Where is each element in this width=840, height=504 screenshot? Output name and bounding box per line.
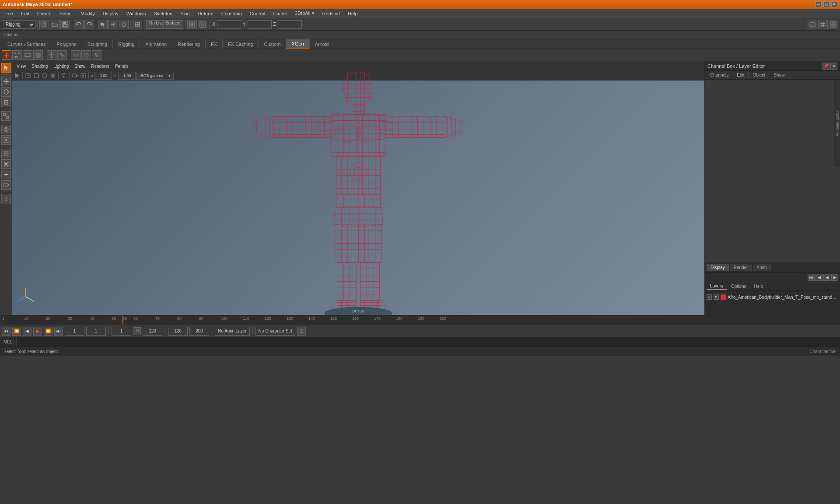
anim-end-field[interactable]	[168, 327, 188, 336]
lasso-btn[interactable]	[119, 20, 129, 29]
vp-menu-show[interactable]: Show	[72, 63, 88, 69]
last-tool-btn[interactable]	[1, 111, 11, 121]
display-tab[interactable]: Display	[707, 264, 729, 271]
show-tab[interactable]: Show	[770, 72, 788, 78]
tab-xgen[interactable]: XGen	[286, 39, 309, 49]
options-sub-tab[interactable]: Options	[728, 284, 749, 289]
x-coord[interactable]	[217, 20, 241, 29]
tab-fx-caching[interactable]: FX Caching	[223, 39, 259, 49]
vp-wire-icon[interactable]	[32, 72, 40, 80]
layer-color-swatch[interactable]	[721, 294, 726, 300]
vp-menu-shading[interactable]: Shading	[29, 63, 51, 69]
paint-btn[interactable]	[108, 20, 118, 29]
display-btn[interactable]	[829, 20, 838, 29]
no-anim-layer-btn[interactable]: No Anim Layer	[215, 327, 250, 336]
attribute-editor-tab[interactable]: Attribute Editor	[834, 80, 840, 167]
menu-select[interactable]: Select	[56, 10, 77, 17]
module-dropdown[interactable]: Rigging Modeling Animation Rendering	[2, 20, 35, 29]
object-tab[interactable]: Object	[749, 72, 770, 78]
vp-menu-view[interactable]: View	[14, 63, 29, 69]
tab-arnold[interactable]: Arnold	[310, 39, 335, 49]
paint-skin-btn[interactable]	[92, 50, 102, 60]
channel-tab[interactable]: Channels	[707, 72, 732, 78]
vp-smooth-icon[interactable]	[41, 72, 49, 80]
select-mode-btn[interactable]	[98, 20, 108, 29]
char-set-btn[interactable]	[297, 327, 306, 336]
anim-max-field[interactable]	[189, 327, 209, 336]
skip-to-start-btn[interactable]: ⏮	[2, 327, 10, 336]
tab-animation[interactable]: Animation	[140, 39, 172, 49]
edit-tab[interactable]: Edit	[733, 72, 748, 78]
step-fwd-btn[interactable]: ⏩	[44, 327, 52, 336]
gamma-dropdown[interactable]: sRGB gamma	[136, 72, 165, 80]
skeleton-btn[interactable]	[47, 50, 56, 60]
move-tool-btn[interactable]	[1, 77, 11, 86]
menu-cache[interactable]: Cache	[270, 10, 290, 17]
no-char-set-btn[interactable]: No Character Set	[256, 327, 295, 336]
menu-skeleton[interactable]: Skeleton	[150, 10, 176, 17]
menu-deform[interactable]: Deform	[194, 10, 217, 17]
render-btn[interactable]	[187, 20, 197, 29]
tab-rendering[interactable]: Rendering	[172, 39, 206, 49]
vertex-mode-btn[interactable]	[12, 50, 22, 60]
more-tools-btn[interactable]	[1, 194, 11, 203]
ipr-btn[interactable]	[198, 20, 207, 29]
render-tab[interactable]: Render	[730, 264, 752, 271]
select-tool-btn[interactable]	[1, 63, 11, 73]
vp-select-icon[interactable]	[13, 72, 21, 80]
point-snap-btn[interactable]	[1, 159, 11, 169]
mel-input[interactable]	[17, 337, 840, 346]
menu-edit[interactable]: Edit	[18, 10, 33, 17]
gamma-field[interactable]: 1.00	[118, 72, 136, 80]
redo-btn[interactable]	[84, 20, 94, 29]
vp-textured-icon[interactable]	[49, 72, 57, 80]
playhead[interactable]	[122, 315, 123, 325]
snap-btn[interactable]	[1, 135, 11, 145]
viewport[interactable]: View Shading Lighting Show Renderer Pane…	[12, 61, 704, 315]
tab-rigging[interactable]: Rigging	[113, 39, 140, 49]
deform-btn[interactable]	[71, 50, 80, 60]
soft-select-btn[interactable]	[1, 125, 11, 134]
ik-btn[interactable]	[57, 50, 67, 60]
vp-light-icon[interactable]	[60, 72, 68, 80]
weight-btn[interactable]	[81, 50, 91, 60]
current-frame-field[interactable]	[86, 327, 106, 336]
snap-grid-btn[interactable]	[133, 20, 142, 29]
channel-box-pin-btn[interactable]: 📌	[822, 63, 830, 70]
menu-file[interactable]: File	[2, 10, 17, 17]
transform-mode-btn[interactable]	[2, 50, 11, 60]
tab-polygons[interactable]: Polygons	[51, 39, 82, 49]
minimize-button[interactable]: ─	[816, 1, 822, 7]
layer-skip-start-btn[interactable]: ⏮	[808, 274, 815, 281]
range-start-field[interactable]	[112, 327, 131, 336]
menu-help[interactable]: Help	[344, 10, 361, 17]
menu-create[interactable]: Create	[34, 10, 55, 17]
play-fwd-btn[interactable]: ▶	[33, 327, 42, 336]
menu-display[interactable]: Display	[99, 10, 122, 17]
tab-curves-surfaces[interactable]: Curves / Surfaces	[2, 39, 51, 49]
layer-playback-p[interactable]: P	[714, 294, 719, 300]
grid-snap-btn[interactable]	[1, 149, 11, 158]
vp-menu-renderer[interactable]: Renderer	[88, 63, 112, 69]
close-button[interactable]: ✕	[831, 1, 837, 7]
no-live-surface-btn[interactable]: No Live Surface	[146, 20, 183, 29]
layer-next-btn[interactable]: ▶	[831, 274, 838, 281]
layer-visibility-v[interactable]: V	[707, 294, 712, 300]
vp-menu-panels[interactable]: Panels	[112, 63, 131, 69]
undo-btn[interactable]	[74, 20, 84, 29]
exposure-field[interactable]: 0.00	[94, 72, 112, 80]
layer-prev2-btn[interactable]: ◀	[823, 274, 830, 281]
menu-redshift[interactable]: Redshift	[319, 10, 343, 17]
rotate-tool-btn[interactable]	[1, 87, 11, 97]
vp-menu-lighting[interactable]: Lighting	[51, 63, 71, 69]
edge-snap-btn[interactable]	[1, 170, 11, 179]
camera-btn[interactable]	[1, 180, 11, 190]
y-coord[interactable]	[248, 20, 272, 29]
scale-tool-btn[interactable]	[1, 98, 11, 107]
channel-box-close-btn[interactable]: ✕	[830, 63, 837, 70]
range-end-field[interactable]	[143, 327, 162, 336]
new-scene-btn[interactable]	[39, 20, 49, 29]
tab-custom[interactable]: Custom	[259, 39, 287, 49]
tab-sculpting[interactable]: Sculpting	[82, 39, 113, 49]
skip-to-end-btn[interactable]: ⏭	[54, 327, 63, 336]
